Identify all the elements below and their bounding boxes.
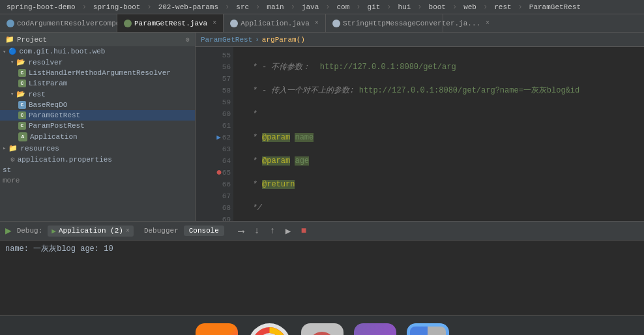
breakpoint-arrow: ▶ <box>216 132 221 143</box>
project-icon: 📁 <box>5 35 14 44</box>
tab-paramgetrest[interactable]: ParamGetRest.java × <box>117 14 224 33</box>
topbar-item[interactable]: java <box>299 3 321 11</box>
tree-label: application.properties <box>18 156 112 164</box>
line-number: 56 <box>222 61 231 73</box>
session-icon: ▶ <box>51 227 56 235</box>
line-number: 67 <box>222 190 231 202</box>
tree-resolver[interactable]: ▾ 📂 resolver <box>0 57 195 68</box>
app-icon: A <box>18 132 27 141</box>
line-number: 62 <box>222 132 231 143</box>
line-number: 68 <box>222 202 231 214</box>
tree-resources[interactable]: ▸ 📁 resources <box>0 143 195 154</box>
debug-run-icon[interactable]: ▶ <box>5 224 12 237</box>
tab-stringhttp[interactable]: StringHttpMessageConverter.ja... × <box>326 14 443 33</box>
tab-label: StringHttpMessageConverter.ja... <box>343 20 480 27</box>
code-line: * @return <box>239 179 639 190</box>
close-icon[interactable]: × <box>315 20 319 27</box>
chrome-svg <box>248 323 291 335</box>
dock-finder[interactable] <box>407 323 449 335</box>
tab-bar: codArgumentResolverComposite.java × Para… <box>0 14 644 33</box>
debug-step-into[interactable]: ↓ <box>250 224 263 237</box>
tree-st[interactable]: st <box>0 165 195 175</box>
topbar-item[interactable]: git <box>365 3 383 11</box>
topbar-item[interactable]: boot <box>426 3 448 11</box>
expand-icon: ▾ <box>3 48 6 55</box>
dock-knives[interactable]: ⚔ <box>354 323 396 335</box>
dock-chrome[interactable] <box>248 323 291 335</box>
topbar-item[interactable]: hui <box>396 3 414 11</box>
breadcrumb-method[interactable]: argParam() <box>262 36 305 44</box>
tab-label: Application.java <box>241 20 310 27</box>
console-output: name: 一灰灰blog age: 10 <box>0 240 644 315</box>
topbar-item[interactable]: src <box>233 3 252 11</box>
close-icon[interactable]: × <box>486 20 490 27</box>
tree-label: BaseReqDO <box>29 101 67 109</box>
topbar-item[interactable]: spring-boot-demo <box>4 3 78 11</box>
tree-label: ListParam <box>29 80 67 87</box>
line-number: 69 <box>222 214 231 221</box>
debugger-tab[interactable]: Debugger <box>139 226 184 236</box>
class-icon: C <box>18 122 26 130</box>
tab-resolver[interactable]: codArgumentResolverComposite.java × <box>0 14 117 33</box>
tab-application[interactable]: Application.java × <box>224 14 326 33</box>
breadcrumb: ParamGetRest › argParam() <box>196 33 644 47</box>
record-button <box>309 332 335 336</box>
topbar-item[interactable]: rest <box>491 3 514 11</box>
dock-recorder[interactable] <box>301 323 344 335</box>
tree-basereqdo[interactable]: C BaseReqDO <box>0 100 195 110</box>
tree-label: rest <box>28 91 45 98</box>
dock-intellij[interactable]: IJ ↖ <box>196 323 238 335</box>
tree-package[interactable]: ▾ 🔵 com.git.hui.boot.web <box>0 46 195 57</box>
tree-label: ParamPostRest <box>29 122 85 130</box>
topbar-item[interactable]: ParamGetRest <box>527 3 583 11</box>
tree-paramgetrest[interactable]: C ParamGetRest <box>0 110 195 121</box>
expand-icon: ▸ <box>3 145 6 152</box>
tree-listparam[interactable]: C ListParam <box>0 78 195 89</box>
session-close[interactable]: × <box>126 227 130 235</box>
tree-listhandler[interactable]: C ListHandlerMethodArgumentResolver <box>0 68 195 78</box>
topbar-item[interactable]: main <box>264 3 286 11</box>
breadcrumb-class[interactable]: ParamGetRest <box>201 36 252 44</box>
code-line: * @param name <box>239 132 639 143</box>
code-line: * @param age <box>239 155 639 167</box>
tree-parampostrest[interactable]: C ParamPostRest <box>0 121 195 131</box>
line-number: 58 <box>222 85 231 96</box>
close-icon[interactable]: × <box>212 20 216 27</box>
class-icon: C <box>18 69 26 77</box>
debug-bar: ▶ Debug: ▶ Application (2) × Debugger Co… <box>0 221 644 240</box>
tree-more[interactable]: more <box>0 175 195 186</box>
code-content: * - 不传参数： http://127.0.0.1:8080/get/arg … <box>233 47 644 221</box>
debug-step-out[interactable]: ↑ <box>266 224 279 237</box>
console-line: name: 一灰灰blog age: 10 <box>5 243 639 254</box>
expand-icon: ▾ <box>10 91 14 98</box>
debug-step-over[interactable]: ⟶ <box>235 224 248 237</box>
topbar-item[interactable]: spring-boot <box>91 3 143 11</box>
debug-resume[interactable]: ▶ <box>282 224 295 237</box>
debug-session-tab[interactable]: ▶ Application (2) × <box>48 226 134 237</box>
props-icon: ⚙ <box>10 155 15 164</box>
line-number: 55 <box>222 50 231 61</box>
topbar-item[interactable]: web <box>461 3 479 11</box>
package-icon: 🔵 <box>8 48 16 55</box>
tree-label: resolver <box>28 59 63 66</box>
tree-application[interactable]: A Application <box>0 131 195 143</box>
debug-stop[interactable]: ■ <box>297 224 310 237</box>
sidebar-title: Project <box>17 36 47 44</box>
topbar-item[interactable]: 202-web-params <box>156 3 221 11</box>
line-number: 61 <box>222 120 231 132</box>
topbar-item[interactable]: com <box>334 3 353 11</box>
tree-rest[interactable]: ▾ 📂 rest <box>0 89 195 100</box>
tree-label: more <box>3 177 20 184</box>
console-tab[interactable]: Console <box>184 226 224 236</box>
top-bar: spring-boot-demo › spring-boot › 202-web… <box>0 0 644 14</box>
tree-label: com.git.hui.boot.web <box>19 48 105 55</box>
tree-appprops[interactable]: ⚙ application.properties <box>0 154 195 165</box>
expand-icon: ▾ <box>10 59 14 66</box>
code-line: * - 传入一个对不上的参数: http://127.0.0.1:8080/ge… <box>239 85 639 96</box>
line-number: 63 <box>222 143 231 155</box>
code-line: * - 不传参数： http://127.0.0.1:8080/get/arg <box>239 61 639 73</box>
folder-icon: 📂 <box>16 90 25 98</box>
code-line: */ <box>239 202 639 214</box>
tree-label: resources <box>20 145 59 153</box>
sidebar-gear[interactable]: ⚙ <box>186 36 190 44</box>
